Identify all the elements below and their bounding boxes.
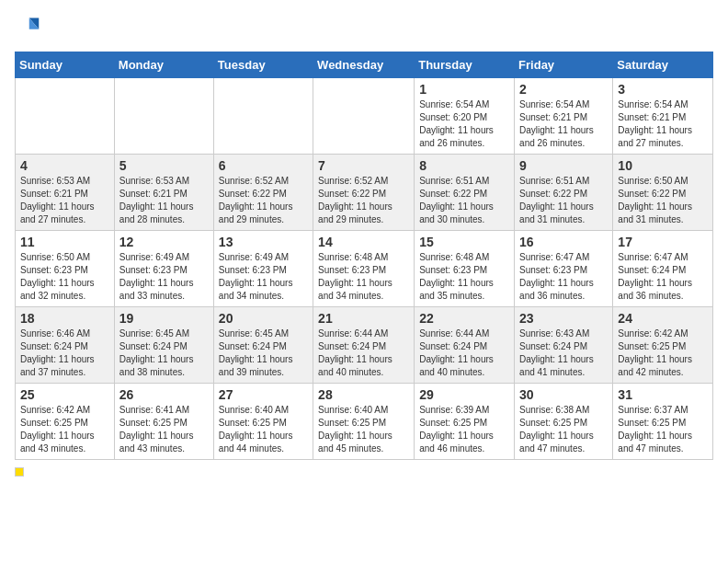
day-number: 27 [219, 387, 308, 402]
calendar-cell: 11Sunrise: 6:50 AM Sunset: 6:23 PM Dayli… [16, 231, 115, 307]
calendar-cell: 2Sunrise: 6:54 AM Sunset: 6:21 PM Daylig… [515, 78, 613, 155]
day-info: Sunrise: 6:51 AM Sunset: 6:22 PM Dayligh… [519, 175, 608, 226]
calendar-cell: 5Sunrise: 6:53 AM Sunset: 6:21 PM Daylig… [114, 155, 213, 231]
day-info: Sunrise: 6:44 AM Sunset: 6:24 PM Dayligh… [419, 327, 509, 379]
legend-dot [15, 467, 24, 477]
header-thursday: Thursday [415, 52, 515, 78]
calendar-week-row: 11Sunrise: 6:50 AM Sunset: 6:23 PM Dayli… [16, 231, 713, 307]
day-info: Sunrise: 6:45 AM Sunset: 6:24 PM Dayligh… [119, 327, 209, 379]
calendar-cell: 14Sunrise: 6:48 AM Sunset: 6:23 PM Dayli… [313, 231, 415, 307]
calendar-cell: 8Sunrise: 6:51 AM Sunset: 6:22 PM Daylig… [415, 155, 515, 231]
calendar-cell: 20Sunrise: 6:45 AM Sunset: 6:24 PM Dayli… [213, 307, 313, 384]
header-monday: Monday [114, 52, 213, 78]
day-number: 22 [419, 311, 509, 326]
day-number: 26 [119, 387, 209, 402]
day-number: 14 [318, 235, 409, 249]
calendar-cell: 21Sunrise: 6:44 AM Sunset: 6:24 PM Dayli… [313, 307, 415, 384]
calendar-cell: 15Sunrise: 6:48 AM Sunset: 6:23 PM Dayli… [415, 231, 515, 307]
day-info: Sunrise: 6:38 AM Sunset: 6:25 PM Dayligh… [519, 404, 608, 455]
calendar-week-row: 4Sunrise: 6:53 AM Sunset: 6:21 PM Daylig… [16, 155, 713, 231]
day-info: Sunrise: 6:50 AM Sunset: 6:23 PM Dayligh… [20, 251, 109, 303]
calendar-cell: 31Sunrise: 6:37 AM Sunset: 6:25 PM Dayli… [613, 384, 713, 460]
calendar-cell [313, 78, 415, 155]
day-info: Sunrise: 6:48 AM Sunset: 6:23 PM Dayligh… [318, 251, 409, 303]
calendar-cell: 1Sunrise: 6:54 AM Sunset: 6:20 PM Daylig… [415, 78, 515, 155]
day-number: 7 [318, 158, 409, 173]
day-number: 18 [20, 311, 109, 326]
calendar-cell: 9Sunrise: 6:51 AM Sunset: 6:22 PM Daylig… [515, 155, 613, 231]
day-number: 6 [219, 158, 308, 173]
day-info: Sunrise: 6:46 AM Sunset: 6:24 PM Dayligh… [20, 327, 109, 379]
day-info: Sunrise: 6:39 AM Sunset: 6:25 PM Dayligh… [419, 404, 509, 455]
day-number: 20 [219, 311, 308, 326]
day-info: Sunrise: 6:48 AM Sunset: 6:23 PM Dayligh… [419, 251, 509, 303]
day-info: Sunrise: 6:54 AM Sunset: 6:21 PM Dayligh… [618, 98, 708, 150]
day-number: 4 [20, 158, 109, 173]
calendar-cell: 30Sunrise: 6:38 AM Sunset: 6:25 PM Dayli… [515, 384, 613, 460]
header-saturday: Saturday [613, 52, 713, 78]
day-number: 25 [20, 387, 109, 402]
day-info: Sunrise: 6:37 AM Sunset: 6:25 PM Dayligh… [618, 404, 708, 455]
calendar-cell: 12Sunrise: 6:49 AM Sunset: 6:23 PM Dayli… [114, 231, 213, 307]
day-number: 24 [618, 311, 708, 326]
legend-item [15, 467, 28, 477]
day-info: Sunrise: 6:44 AM Sunset: 6:24 PM Dayligh… [318, 327, 409, 379]
day-number: 17 [618, 235, 708, 249]
day-number: 1 [419, 82, 509, 97]
day-info: Sunrise: 6:40 AM Sunset: 6:25 PM Dayligh… [219, 404, 308, 455]
header-tuesday: Tuesday [213, 52, 313, 78]
day-info: Sunrise: 6:53 AM Sunset: 6:21 PM Dayligh… [20, 175, 109, 226]
day-number: 23 [519, 311, 608, 326]
day-info: Sunrise: 6:52 AM Sunset: 6:22 PM Dayligh… [318, 175, 409, 226]
day-number: 30 [519, 387, 608, 402]
calendar-cell: 27Sunrise: 6:40 AM Sunset: 6:25 PM Dayli… [213, 384, 313, 460]
day-info: Sunrise: 6:51 AM Sunset: 6:22 PM Dayligh… [419, 175, 509, 226]
calendar-cell: 13Sunrise: 6:49 AM Sunset: 6:23 PM Dayli… [213, 231, 313, 307]
day-number: 2 [519, 82, 608, 97]
day-info: Sunrise: 6:49 AM Sunset: 6:23 PM Dayligh… [219, 251, 308, 303]
calendar-cell: 3Sunrise: 6:54 AM Sunset: 6:21 PM Daylig… [613, 78, 713, 155]
day-info: Sunrise: 6:50 AM Sunset: 6:22 PM Dayligh… [618, 175, 708, 226]
day-info: Sunrise: 6:53 AM Sunset: 6:21 PM Dayligh… [119, 175, 209, 226]
header-friday: Friday [515, 52, 613, 78]
calendar-week-row: 25Sunrise: 6:42 AM Sunset: 6:25 PM Dayli… [16, 384, 713, 460]
day-number: 3 [618, 82, 708, 97]
day-info: Sunrise: 6:49 AM Sunset: 6:23 PM Dayligh… [119, 251, 209, 303]
calendar-cell: 25Sunrise: 6:42 AM Sunset: 6:25 PM Dayli… [16, 384, 115, 460]
day-number: 12 [119, 235, 209, 249]
calendar-cell: 4Sunrise: 6:53 AM Sunset: 6:21 PM Daylig… [16, 155, 115, 231]
calendar-cell: 26Sunrise: 6:41 AM Sunset: 6:25 PM Dayli… [114, 384, 213, 460]
day-number: 5 [119, 158, 209, 173]
day-number: 11 [20, 235, 109, 249]
header-sunday: Sunday [16, 52, 115, 78]
day-number: 21 [318, 311, 409, 326]
calendar-cell: 18Sunrise: 6:46 AM Sunset: 6:24 PM Dayli… [16, 307, 115, 384]
calendar-cell [16, 78, 115, 155]
calendar-cell: 17Sunrise: 6:47 AM Sunset: 6:24 PM Dayli… [613, 231, 713, 307]
day-info: Sunrise: 6:54 AM Sunset: 6:21 PM Dayligh… [519, 98, 608, 150]
day-number: 10 [618, 158, 708, 173]
day-number: 19 [119, 311, 209, 326]
day-info: Sunrise: 6:42 AM Sunset: 6:25 PM Dayligh… [618, 327, 708, 379]
calendar-cell: 23Sunrise: 6:43 AM Sunset: 6:24 PM Dayli… [515, 307, 613, 384]
day-info: Sunrise: 6:43 AM Sunset: 6:24 PM Dayligh… [519, 327, 608, 379]
day-info: Sunrise: 6:42 AM Sunset: 6:25 PM Dayligh… [20, 404, 109, 455]
day-number: 8 [419, 158, 509, 173]
calendar-cell: 16Sunrise: 6:47 AM Sunset: 6:23 PM Dayli… [515, 231, 613, 307]
day-number: 28 [318, 387, 409, 402]
day-number: 31 [618, 387, 708, 402]
logo-icon [15, 15, 40, 40]
legend [15, 467, 713, 478]
day-number: 15 [419, 235, 509, 249]
day-number: 16 [519, 235, 608, 249]
calendar-cell: 6Sunrise: 6:52 AM Sunset: 6:22 PM Daylig… [213, 155, 313, 231]
calendar-cell: 10Sunrise: 6:50 AM Sunset: 6:22 PM Dayli… [613, 155, 713, 231]
day-info: Sunrise: 6:54 AM Sunset: 6:20 PM Dayligh… [419, 98, 509, 150]
day-info: Sunrise: 6:40 AM Sunset: 6:25 PM Dayligh… [318, 404, 409, 455]
calendar-week-row: 1Sunrise: 6:54 AM Sunset: 6:20 PM Daylig… [16, 78, 713, 155]
day-number: 29 [419, 387, 509, 402]
day-info: Sunrise: 6:41 AM Sunset: 6:25 PM Dayligh… [119, 404, 209, 455]
logo [15, 15, 44, 40]
calendar-cell: 29Sunrise: 6:39 AM Sunset: 6:25 PM Dayli… [415, 384, 515, 460]
calendar-cell [114, 78, 213, 155]
